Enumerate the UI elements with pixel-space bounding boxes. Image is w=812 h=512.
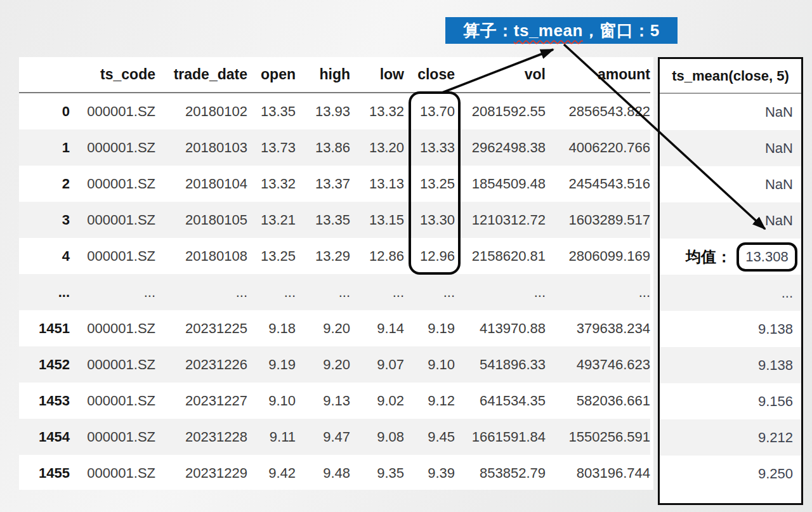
table-row: 2 000001.SZ 20180104 13.32 13.37 13.13 1…: [19, 166, 650, 202]
result-column-box: ts_mean(close, 5) NaN NaN NaN NaN 均值： 13…: [658, 57, 803, 505]
table-row: 3 000001.SZ 20180105 13.21 13.35 13.15 1…: [19, 202, 650, 238]
banner-operator: ts_mean: [514, 21, 583, 41]
cell-trade-date: 20180105: [155, 202, 247, 238]
cell-low: 9.35: [350, 455, 404, 491]
table-row: 1455 000001.SZ 20231229 9.42 9.48 9.35 9…: [19, 455, 650, 491]
result-cell: 9.138: [660, 347, 801, 383]
result-cell: 9.212: [660, 419, 801, 456]
cell-vol: 1210312.72: [455, 202, 546, 238]
cell-amount: 582036.661: [546, 383, 650, 419]
table-header-row: ts_code trade_date open high low close v…: [19, 57, 650, 93]
cell-vol: 1854509.48: [455, 166, 546, 202]
col-header-amount: amount: [546, 57, 650, 93]
close-column-highlight: [409, 91, 461, 275]
cell-high: 9.13: [296, 383, 350, 419]
banner-suffix: ，窗口：5: [583, 20, 660, 42]
cell-open: 13.35: [247, 93, 296, 129]
dataframe-card: ts_code trade_date open high low close v…: [19, 57, 653, 490]
cell-trade-date: 20231227: [155, 383, 247, 419]
row-index: 1: [19, 129, 70, 166]
row-index: 2: [19, 166, 70, 202]
cell-ts-code: 000001.SZ: [70, 238, 155, 274]
result-cell: 9.138: [660, 311, 801, 347]
cell-close: 9.39: [404, 455, 455, 491]
cell-ts-code: 000001.SZ: [70, 455, 155, 491]
cell-ts-code: 000001.SZ: [70, 346, 155, 383]
cell-low: 9.08: [350, 419, 404, 455]
cell-open: 13.73: [247, 129, 296, 166]
cell-close: 9.10: [404, 346, 455, 383]
col-header-high: high: [296, 57, 350, 93]
cell-vol: 2962498.38: [455, 129, 546, 166]
cell-trade-date: 20231225: [155, 310, 247, 346]
cell-ts-code: ...: [70, 274, 155, 310]
cell-amount: 803196.744: [546, 455, 650, 491]
result-column-header: ts_mean(close, 5): [660, 59, 801, 94]
cell-open: 9.19: [247, 346, 296, 383]
result-cell: 9.250: [660, 456, 801, 492]
row-index: 1451: [19, 310, 70, 346]
cell-open: 13.25: [247, 238, 296, 274]
cell-ts-code: 000001.SZ: [70, 93, 155, 129]
cell-trade-date: 20231229: [155, 455, 247, 491]
cell-amount: ...: [546, 274, 650, 310]
cell-open: 13.32: [247, 166, 296, 202]
cell-open: 9.42: [247, 455, 296, 491]
cell-vol: 413970.88: [455, 310, 546, 346]
col-header-index: [19, 57, 70, 93]
mean-value-box: 13.308: [737, 242, 797, 272]
cell-open: 13.21: [247, 202, 296, 238]
cell-high: 13.93: [296, 93, 350, 129]
cell-amount: 1603289.517: [546, 202, 650, 238]
table-row: 1454 000001.SZ 20231228 9.11 9.47 9.08 9…: [19, 419, 650, 455]
cell-low: 13.13: [350, 166, 404, 202]
cell-vol: 2081592.55: [455, 93, 546, 129]
result-cell-mean: 均值： 13.308: [660, 239, 801, 275]
table-row: 1452 000001.SZ 20231226 9.19 9.20 9.07 9…: [19, 346, 650, 383]
cell-amount: 1550256.591: [546, 419, 650, 455]
cell-high: 9.20: [296, 346, 350, 383]
col-header-low: low: [350, 57, 404, 93]
cell-low: 13.20: [350, 129, 404, 166]
cell-ts-code: 000001.SZ: [70, 310, 155, 346]
cell-low: 9.02: [350, 383, 404, 419]
row-index: 4: [19, 238, 70, 274]
table-row: 4 000001.SZ 20180108 13.25 13.29 12.86 1…: [19, 238, 650, 274]
cell-amount: 2454543.516: [546, 166, 650, 202]
row-index: 1454: [19, 419, 70, 455]
cell-high: 13.86: [296, 129, 350, 166]
col-header-trade-date: trade_date: [155, 57, 247, 93]
cell-vol: 2158620.81: [455, 238, 546, 274]
cell-high: 13.37: [296, 166, 350, 202]
dataframe-table: ts_code trade_date open high low close v…: [19, 57, 650, 491]
table-row-ellipsis: ... ... ... ... ... ... ... ... ...: [19, 274, 650, 310]
result-cell: NaN: [660, 202, 801, 239]
cell-ts-code: 000001.SZ: [70, 419, 155, 455]
cell-open: 9.10: [247, 383, 296, 419]
cell-low: 12.86: [350, 238, 404, 274]
cell-ts-code: 000001.SZ: [70, 383, 155, 419]
col-header-close: close: [404, 57, 455, 93]
cell-trade-date: 20231228: [155, 419, 247, 455]
table-row: 0 000001.SZ 20180102 13.35 13.93 13.32 1…: [19, 93, 650, 129]
cell-ts-code: 000001.SZ: [70, 202, 155, 238]
mean-label: 均值：: [686, 247, 731, 267]
cell-close: ...: [404, 274, 455, 310]
cell-close: 9.19: [404, 310, 455, 346]
cell-vol: 641534.35: [455, 383, 546, 419]
cell-open: 9.18: [247, 310, 296, 346]
cell-low: 9.14: [350, 310, 404, 346]
result-cell: 9.156: [660, 383, 801, 419]
result-cell: NaN: [660, 166, 801, 202]
cell-trade-date: ...: [155, 274, 247, 310]
result-cell: NaN: [660, 94, 801, 130]
row-index: 1452: [19, 346, 70, 383]
cell-trade-date: 20231226: [155, 346, 247, 383]
cell-low: 9.07: [350, 346, 404, 383]
row-index: ...: [19, 274, 70, 310]
cell-high: 13.35: [296, 202, 350, 238]
cell-amount: 379638.234: [546, 310, 650, 346]
col-header-vol: vol: [455, 57, 546, 93]
cell-trade-date: 20180102: [155, 93, 247, 129]
banner-prefix: 算子：: [463, 20, 514, 42]
